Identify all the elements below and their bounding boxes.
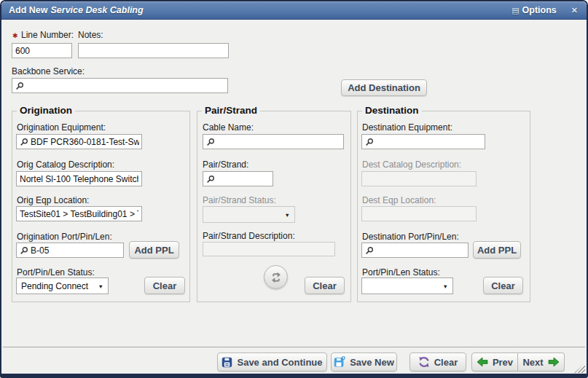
chevron-down-icon: ▼ xyxy=(98,283,103,290)
footer-clear-label: Clear xyxy=(434,357,458,368)
dest-eqp-location-field xyxy=(361,206,477,221)
cable-name-input[interactable] xyxy=(217,137,341,147)
close-icon[interactable]: ✕ xyxy=(571,6,578,15)
origination-clear-button[interactable]: Clear xyxy=(144,277,185,294)
swap-pair-button[interactable] xyxy=(264,265,288,289)
options-label: Options xyxy=(522,5,557,15)
pair-strand-description-label: Pair/Strand Description: xyxy=(203,231,295,241)
add-new-cabling-dialog: Add NewService Desk Cabling ▤ Options ✕ … xyxy=(0,0,588,378)
search-icon xyxy=(206,138,215,146)
orig-eqp-location-field xyxy=(16,206,142,221)
save-new-label: Save New xyxy=(350,357,394,368)
destination-clear-button[interactable]: Clear xyxy=(483,277,523,294)
search-icon xyxy=(15,82,24,90)
backbone-service-input[interactable] xyxy=(26,81,225,91)
dialog-title: Add NewService Desk Cabling xyxy=(1,5,144,15)
pair-strand-status-select: ▼ xyxy=(203,206,295,223)
origination-clear-label: Clear xyxy=(153,280,177,291)
pair-strand-clear-button[interactable]: Clear xyxy=(305,277,345,294)
line-number-label: Line Number: xyxy=(21,30,74,40)
save-and-continue-label: Save and Continue xyxy=(237,357,322,368)
origination-ppl-label: Origination Port/Pin/Len: xyxy=(17,232,112,242)
destination-ppl-input[interactable] xyxy=(376,245,466,256)
pair-strand-input[interactable] xyxy=(217,174,270,184)
destination-equipment-input[interactable] xyxy=(376,137,482,147)
destination-ppl-status-select[interactable]: ▼ xyxy=(361,277,453,294)
origination-equipment-input[interactable] xyxy=(31,137,139,147)
pair-strand-status-label: Pair/Strand Status: xyxy=(203,195,276,205)
add-destination-label: Add Destination xyxy=(348,82,420,93)
prev-label: Prev xyxy=(493,357,513,368)
destination-legend: Destination xyxy=(362,105,422,116)
titlebar-actions: ▤ Options ✕ xyxy=(511,5,587,15)
prev-button[interactable]: Prev xyxy=(471,353,518,371)
search-icon xyxy=(365,138,374,146)
save-new-icon xyxy=(334,356,345,368)
backbone-service-label: Backbone Service: xyxy=(12,66,85,76)
destination-clear-label: Clear xyxy=(491,280,515,291)
search-icon xyxy=(20,138,28,146)
options-grid-icon: ▤ xyxy=(511,6,519,15)
dest-catalog-description-label: Dest Catalog Description: xyxy=(362,160,461,170)
cable-name-label: Cable Name: xyxy=(203,122,254,133)
resize-handle[interactable] xyxy=(574,363,585,373)
arrow-right-icon xyxy=(548,357,560,367)
search-icon xyxy=(206,175,215,184)
add-ppl-label: Add PPL xyxy=(477,245,517,256)
dest-catalog-description-field xyxy=(361,171,477,186)
origination-ppl-status-value: Pending Connect xyxy=(21,281,88,291)
line-number-field[interactable] xyxy=(12,43,72,58)
orig-catalog-description-field xyxy=(16,171,142,186)
destination-ppl-field[interactable] xyxy=(361,243,469,258)
pair-strand-legend: Pair/Strand xyxy=(202,105,260,116)
origination-legend: Origination xyxy=(17,105,75,116)
chevron-down-icon: ▼ xyxy=(443,283,448,290)
origination-ppl-status-select[interactable]: Pending Connect ▼ xyxy=(16,277,109,294)
destination-ppl-status-label: Port/Pin/Len Status: xyxy=(362,267,440,277)
chevron-down-icon: ▼ xyxy=(285,212,290,218)
search-icon xyxy=(20,246,28,255)
dest-eqp-location-label: Dest Eqp Location: xyxy=(362,195,436,205)
destination-ppl-label: Destination Port/Pin/Len: xyxy=(362,232,459,242)
next-button[interactable]: Next xyxy=(518,353,565,371)
swap-refresh-icon xyxy=(270,272,282,283)
notes-label: Notes: xyxy=(78,30,103,40)
footer-separator xyxy=(3,347,585,347)
origination-ppl-status-label: Port/Pin/Len Status: xyxy=(17,267,95,277)
pair-strand-field[interactable] xyxy=(203,171,273,186)
pair-strand-description-field xyxy=(203,242,335,256)
add-ppl-label: Add PPL xyxy=(134,245,173,256)
add-destination-button[interactable]: Add Destination xyxy=(341,79,427,96)
orig-eqp-location-label: Orig Eqp Location: xyxy=(17,195,89,205)
origination-equipment-label: Origination Equipment: xyxy=(17,122,106,133)
footer-clear-button[interactable]: Clear xyxy=(409,353,466,371)
notes-field[interactable] xyxy=(78,43,229,58)
arrow-left-icon xyxy=(477,357,488,367)
destination-equipment-label: Destination Equipment: xyxy=(362,122,452,133)
title-bar: Add NewService Desk Cabling ▤ Options ✕ xyxy=(1,1,587,20)
options-button[interactable]: ▤ Options xyxy=(511,5,557,15)
next-label: Next xyxy=(522,357,543,368)
origination-ppl-field[interactable] xyxy=(16,243,124,258)
dialog-title-record-type: Service Desk Cabling xyxy=(50,5,143,15)
pair-strand-clear-label: Clear xyxy=(313,280,337,291)
backbone-service-field[interactable] xyxy=(12,78,228,93)
cable-name-field[interactable] xyxy=(203,134,344,149)
origination-ppl-input[interactable] xyxy=(31,245,121,256)
destination-equipment-field[interactable] xyxy=(361,134,485,149)
origination-equipment-field[interactable] xyxy=(16,134,142,149)
pair-strand-label: Pair/Strand: xyxy=(203,160,248,170)
search-icon xyxy=(365,246,374,255)
required-asterisk: ✱ xyxy=(12,32,18,39)
save-and-continue-button[interactable]: Save and Continue xyxy=(217,353,327,371)
origination-add-ppl-button[interactable]: Add PPL xyxy=(129,241,179,259)
save-new-button[interactable]: Save New xyxy=(331,353,397,371)
dialog-title-prefix: Add New xyxy=(9,5,47,15)
save-icon xyxy=(222,357,232,368)
destination-add-ppl-button[interactable]: Add PPL xyxy=(473,241,521,259)
refresh-clear-icon xyxy=(418,356,430,368)
orig-catalog-description-label: Orig Catalog Description: xyxy=(17,160,114,170)
